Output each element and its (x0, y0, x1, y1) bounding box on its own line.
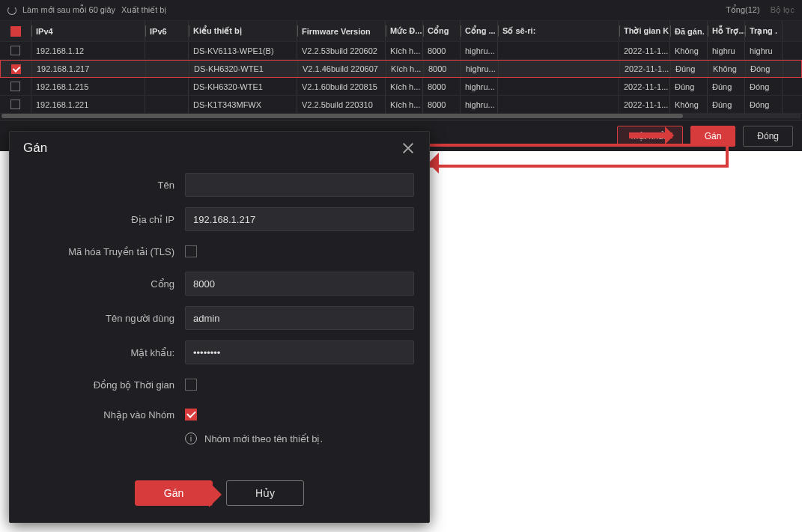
name-input[interactable] (185, 173, 414, 197)
port-input[interactable] (185, 272, 414, 296)
col-port[interactable]: Cổng (428, 26, 449, 36)
cell-serial (498, 78, 619, 95)
cell-port2: highru... (461, 78, 498, 95)
header-logo-icon (10, 26, 21, 37)
col-time[interactable]: Thời gian K... (624, 26, 670, 36)
cell-ipv6 (145, 42, 189, 59)
cell-fw: V2.1.46build 220607 (298, 61, 386, 77)
col-serial[interactable]: Số sê-ri: (502, 26, 535, 36)
cell-time: 2022-11-1... (620, 61, 671, 77)
gan-button[interactable]: Gán (690, 126, 736, 147)
ip-label: Địa chỉ IP (10, 214, 174, 225)
row-checkbox[interactable] (10, 46, 20, 55)
cell-time: 2022-11-1... (619, 78, 670, 95)
cell-type: DS-KH6320-WTE1 (189, 78, 297, 95)
modal-title: Gán (23, 141, 47, 156)
total-label: Tổng (726, 5, 745, 14)
cell-type: DS-KV6113-WPE1(B) (189, 42, 297, 59)
cell-fw: V2.2.5build 220310 (297, 96, 386, 113)
sync-checkbox[interactable] (185, 379, 197, 391)
cell-fw: V2.2.53build 220602 (297, 42, 386, 59)
row-checkbox[interactable] (10, 82, 20, 91)
port-label: Cổng (10, 278, 174, 290)
group-checkbox[interactable] (185, 409, 197, 421)
cell-ipv4: 192.168.1.217 (32, 61, 146, 77)
cell-ipv4: 192.168.1.221 (31, 96, 145, 113)
col-sup[interactable]: Hỗ Trợ... (712, 26, 745, 36)
col-stat[interactable]: Trạng . (750, 26, 777, 36)
col-gan[interactable]: Đã gán. (675, 27, 705, 36)
cell-port: 8000 (423, 96, 461, 113)
col-port2[interactable]: Cổng ... (465, 26, 496, 36)
tls-checkbox[interactable] (185, 245, 197, 257)
cell-stat: Đóng (745, 96, 783, 113)
user-input[interactable] (185, 306, 414, 330)
total-count: (12) (745, 5, 760, 14)
cell-port: 8000 (424, 61, 461, 77)
gan-modal: Gán Tên Địa chỉ IP Mã hóa Truyền tải (TL… (9, 131, 430, 523)
cell-ipv6 (146, 61, 189, 77)
annotation-arrow-icon (629, 132, 672, 138)
device-table: IPv4 IPv6 Kiểu thiết bị Firmware Version… (0, 21, 802, 118)
user-label: Tên người dùng (10, 313, 174, 324)
group-info: Nhóm mới theo tên thiết bị. (204, 433, 323, 444)
close-icon[interactable] (401, 141, 416, 156)
h-scrollbar[interactable] (1, 114, 801, 118)
cell-stat: Đóng (746, 61, 783, 77)
ip-input[interactable] (185, 207, 414, 231)
cell-gan: Đúng (671, 61, 708, 77)
refresh-label[interactable]: Làm mới sau mỗi 60 giây (22, 5, 115, 15)
col-enc[interactable]: Mức Đ... (390, 26, 422, 36)
cell-type: DS-K1T343MFWX (189, 96, 297, 113)
cell-ipv4: 192.168.1.215 (31, 78, 145, 95)
pass-input[interactable] (185, 340, 414, 364)
col-fw[interactable]: Firmware Version (302, 27, 371, 36)
cell-serial (498, 96, 619, 113)
cell-type: DS-KH6320-WTE1 (189, 61, 298, 77)
table-row[interactable]: 192.168.1.221DS-K1T343MFWXV2.2.5build 22… (0, 96, 802, 114)
cell-gan: Không (670, 42, 708, 59)
cell-ipv4: 192.168.1.12 (31, 42, 145, 59)
cell-enc: Kích h... (386, 96, 423, 113)
filter-label[interactable]: Bộ lọc (771, 5, 795, 15)
cell-sup: Đúng (708, 78, 745, 95)
cell-stat: Đóng (745, 78, 783, 95)
group-label: Nhập vào Nhóm (10, 409, 174, 421)
cell-enc: Kích h... (386, 78, 423, 95)
close-button[interactable]: Đóng (743, 126, 793, 147)
cell-fw: V2.1.60build 220815 (297, 78, 386, 95)
name-label: Tên (10, 180, 174, 191)
row-checkbox[interactable] (10, 100, 20, 109)
toolbar: Làm mới sau mỗi 60 giây Xuất thiết bị Tổ… (0, 0, 802, 21)
pass-label: Mật khẩu: (10, 347, 174, 358)
cell-port2: highru... (461, 96, 498, 113)
cell-enc: Kích h... (386, 42, 423, 59)
cell-ipv6 (145, 78, 189, 95)
table-row[interactable]: 192.168.1.217DS-KH6320-WTE1V2.1.46build … (0, 60, 802, 78)
table-row[interactable]: 192.168.1.215DS-KH6320-WTE1V2.1.60build … (0, 78, 802, 96)
cell-port: 8000 (423, 78, 461, 95)
row-checkbox[interactable] (11, 64, 21, 74)
cell-serial (499, 61, 620, 77)
sync-label: Đồng bộ Thời gian (10, 379, 174, 391)
col-ipv4[interactable]: IPv4 (36, 27, 53, 36)
cell-enc: Kích h... (386, 61, 424, 77)
modal-ok-button[interactable]: Gán (135, 480, 213, 506)
cell-port2: highru... (461, 61, 499, 77)
col-ipv6[interactable]: IPv6 (150, 27, 167, 36)
cell-ipv6 (145, 96, 189, 113)
info-icon: i (185, 432, 197, 444)
export-label[interactable]: Xuất thiết bị (121, 5, 166, 15)
cell-sup: Đúng (708, 96, 745, 113)
cell-serial (498, 42, 619, 59)
table-row[interactable]: 192.168.1.12DS-KV6113-WPE1(B)V2.2.53buil… (0, 42, 802, 60)
cell-port2: highru... (461, 42, 498, 59)
modal-cancel-button[interactable]: Hủy (226, 480, 304, 506)
refresh-icon[interactable] (7, 6, 16, 15)
cell-sup: highru (708, 42, 745, 59)
col-type[interactable]: Kiểu thiết bị (193, 26, 242, 36)
tls-label: Mã hóa Truyền tải (TLS) (10, 246, 174, 257)
table-header: IPv4 IPv6 Kiểu thiết bị Firmware Version… (0, 21, 802, 42)
cell-gan: Không (670, 96, 708, 113)
cell-stat: highru (745, 42, 783, 59)
